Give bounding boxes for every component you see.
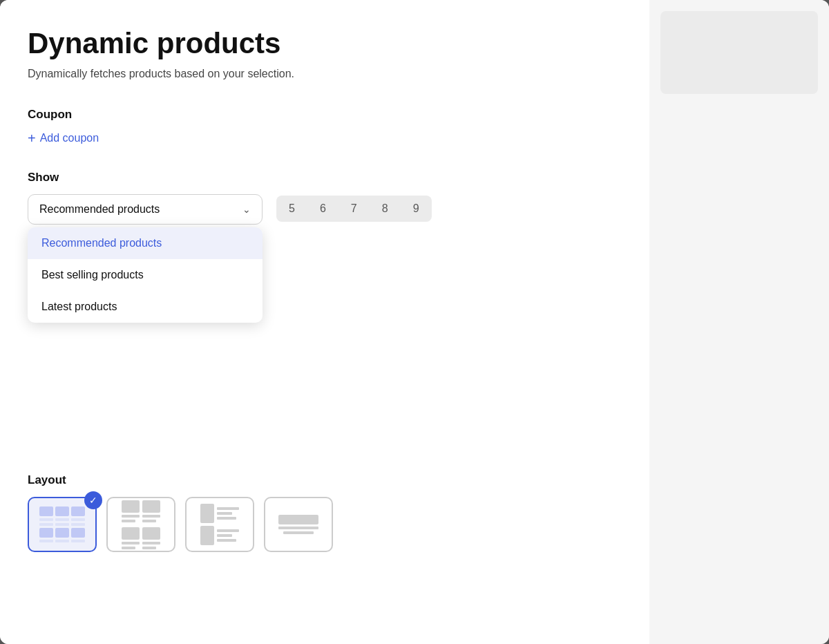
layout-section: Layout ✓ xyxy=(28,473,622,552)
dropdown-item-latest[interactable]: Latest products xyxy=(28,291,263,323)
number-cell[interactable]: 6 xyxy=(307,196,339,222)
add-coupon-button[interactable]: + Add coupon xyxy=(28,131,99,145)
layout-card-grid[interactable]: ✓ xyxy=(28,497,97,552)
dropdown-selected-value: Recommended products xyxy=(39,203,160,216)
number-row: 56789 xyxy=(276,196,432,222)
number-row-container: 56789 xyxy=(276,196,432,222)
checkmark-badge: ✓ xyxy=(84,491,102,509)
two-col-text-layout-icon xyxy=(200,504,239,545)
dropdown-item-recommended[interactable]: Recommended products xyxy=(28,227,263,259)
plus-icon: + xyxy=(28,131,36,145)
right-panel-placeholder xyxy=(660,11,818,94)
number-cell[interactable]: 5 xyxy=(276,196,307,222)
dropdown-item-best-selling[interactable]: Best selling products xyxy=(28,259,263,291)
number-cell[interactable]: 7 xyxy=(339,196,370,222)
show-dropdown-trigger[interactable]: Recommended products ⌄ xyxy=(28,194,263,225)
chevron-down-icon: ⌄ xyxy=(242,204,251,215)
coupon-label: Coupon xyxy=(28,108,622,122)
add-coupon-label: Add coupon xyxy=(40,132,99,144)
layout-card-two-col-text[interactable] xyxy=(185,497,254,552)
page-title: Dynamic products xyxy=(28,28,622,59)
grid-layout-icon xyxy=(39,506,85,542)
main-panel: Dynamic products Dynamically fetches pro… xyxy=(0,0,649,644)
page-subtitle: Dynamically fetches products based on yo… xyxy=(28,68,622,80)
check-icon: ✓ xyxy=(89,495,97,506)
single-row-layout-icon xyxy=(278,515,318,534)
layout-options: ✓ xyxy=(28,497,622,552)
number-cell[interactable]: 8 xyxy=(370,196,401,222)
two-col-layout-icon xyxy=(122,500,160,549)
right-panel xyxy=(649,0,829,644)
layout-card-two-col[interactable] xyxy=(106,497,175,552)
app-window: Dynamic products Dynamically fetches pro… xyxy=(0,0,829,644)
layout-card-single-row[interactable] xyxy=(264,497,333,552)
show-dropdown-menu: Recommended productsBest selling product… xyxy=(28,227,263,323)
show-section: Show 56789 Recommended products ⌄ Recomm… xyxy=(28,171,622,225)
layout-label: Layout xyxy=(28,473,622,487)
number-cell[interactable]: 9 xyxy=(401,196,432,222)
show-label: Show xyxy=(28,171,622,184)
coupon-section: Coupon + Add coupon xyxy=(28,108,622,146)
show-dropdown-wrapper: Recommended products ⌄ Recommended produ… xyxy=(28,194,263,225)
